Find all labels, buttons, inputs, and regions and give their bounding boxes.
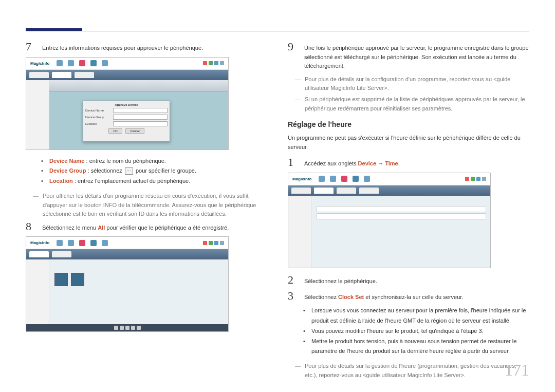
browse-icon[interactable] [125,167,133,175]
nav-icon [364,176,370,182]
tab-bar [26,70,228,80]
field-name-emph: Device Group [49,167,86,174]
screenshot-approve-device: MagicInfo Approv [26,57,229,150]
step-9-text: Une fois le périphérique approuvé par le… [304,41,529,71]
step-number: 1 [288,157,297,168]
device-thumbnails [54,273,84,286]
step-3: 3 Sélectionnez Clock Set et synchronisez… [288,290,529,302]
screenshot-toolbar: MagicInfo [26,237,228,249]
screenshot-body [26,249,228,331]
field-label: Device Name [85,109,111,112]
step-number: 7 [26,41,35,52]
bottom-bar [26,324,228,331]
list-item: Device Name : entrez le nom du périphéri… [41,156,267,166]
device-row[interactable] [317,213,486,219]
section-intro: Un programme ne peut pas s'exécuter si l… [288,134,529,152]
note-time-guide: Pour plus de détails sur la gestion de l… [295,362,529,380]
app-logo: MagicInfo [30,240,49,245]
device-group-input[interactable] [113,115,168,120]
step-1: 1 Accédez aux onglets Device → Time. [288,157,529,169]
list-item: Vous pouvez modifier l'heure sur le prod… [303,326,529,337]
note-device-removed: Si un périphérique est supprimé de la li… [295,95,529,113]
device-row[interactable] [317,206,486,212]
left-column: 7 Entrez les informations requises pour … [26,41,267,382]
device-thumb[interactable] [54,273,68,286]
tab [359,188,379,194]
nav-icon [319,176,325,182]
step-1-text: Accédez aux onglets Device → Time. [304,157,529,169]
section-title: Réglage de l'heure [288,120,529,128]
nav-icon [102,60,108,66]
table-header [49,80,228,91]
tab-bar [26,249,228,259]
step-7-text: Entrez les informations requises pour ap… [42,41,267,53]
device-thumb[interactable] [71,273,84,286]
approve-dialog: Approve Device Device Name Device Group … [83,101,170,142]
tab [29,72,49,78]
header-divider [26,31,529,31]
time-notes-list: Lorsque vous vous connectez au serveur p… [303,306,529,357]
nav-icon [57,60,63,66]
toolbar-icons [57,60,108,66]
screenshot-toolbar: MagicInfo [26,58,228,70]
list-item: Device Group : sélectionnez pour spécifi… [41,166,267,176]
screenshot-toolbar: MagicInfo [288,173,490,185]
step-2: 2 Sélectionnez le périphérique. [288,274,529,286]
step-number: 8 [26,221,35,232]
dialog-title: Approve Device [85,103,168,106]
field-label: Device Group [85,116,111,119]
step-3-text: Sélectionnez Clock Set et synchronisez-l… [304,290,529,302]
nav-icon [341,176,347,182]
nav-icon [68,60,74,66]
device-name-input[interactable] [113,108,168,113]
tab [337,188,356,194]
status-icons [203,241,224,245]
list-item: Mettre le produit hors tension, puis à n… [303,337,529,357]
step-number: 9 [288,41,297,52]
nav-icon [90,60,97,66]
ok-button[interactable]: OK [108,128,122,134]
field-label: Location [85,122,111,125]
note-guide-ref: Pour plus de détails sur la configuratio… [295,75,529,93]
step-8: 8 Sélectionnez le menu All pour vérifier… [26,221,267,233]
step-8-text: Sélectionnez le menu All pour vérifier q… [42,221,267,233]
status-icons [203,61,224,65]
status-icons [465,177,486,181]
nav-icon [102,240,108,246]
sidebar [26,80,49,150]
list-item: Location : entrez l'emplacement actuel d… [41,176,267,186]
step-2-text: Sélectionnez le périphérique. [304,274,529,286]
nav-icon [79,240,85,246]
screenshot-time-tab: MagicInfo [288,173,491,268]
step-7: 7 Entrez les informations requises pour … [26,41,267,53]
screenshot-all-menu: MagicInfo [26,236,229,332]
list-item: Lorsque vous vous connectez au serveur p… [303,306,529,326]
step-9: 9 Une fois le périphérique approuvé par … [288,41,529,71]
app-logo: MagicInfo [292,177,311,181]
step-number: 3 [288,290,297,302]
field-name-emph: Device Name [49,158,85,164]
sidebar [288,196,311,268]
tab-time [314,188,334,194]
nav-icon [57,240,63,246]
screenshot-body [288,185,490,268]
tab [52,251,71,257]
toolbar-icons [57,240,108,246]
location-input[interactable] [113,121,168,126]
page-number: 171 [505,361,529,380]
app-logo: MagicInfo [30,61,49,66]
sidebar [26,259,49,331]
nav-icon [79,60,85,66]
right-column: 9 Une fois le périphérique approuvé par … [288,41,529,382]
tab-active [29,251,49,257]
cancel-button[interactable]: Cancel [125,128,144,134]
toolbar-icons [319,176,370,182]
tab-active [52,72,71,78]
field-description-list: Device Name : entrez le nom du périphéri… [41,156,267,186]
screenshot-body: Approve Device Device Name Device Group … [26,70,228,150]
nav-icon [90,240,97,246]
nav-icon [68,240,74,246]
nav-icon [330,176,336,182]
nav-icon [353,176,359,182]
tab [291,188,311,194]
